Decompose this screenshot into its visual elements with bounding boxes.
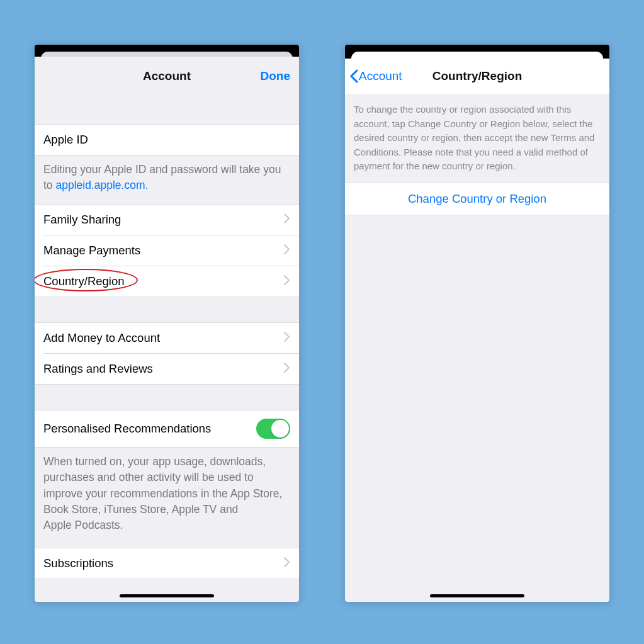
row-ratings-reviews[interactable]: Ratings and Reviews [35, 354, 299, 384]
chevron-right-icon [284, 557, 290, 570]
navbar-account: Account Done [35, 59, 299, 94]
back-label: Account [359, 69, 402, 83]
row-personalised-recommendations: Personalised Recommendations [35, 410, 299, 448]
change-country-region-button[interactable]: Change Country or Region [345, 183, 609, 215]
row-family-sharing[interactable]: Family Sharing [35, 205, 299, 235]
row-subscriptions[interactable]: Subscriptions [35, 548, 299, 579]
row-label: Manage Payments [43, 244, 140, 257]
navbar-country-region: Account Country/Region [345, 59, 609, 94]
apple-id-link[interactable]: appleid.apple.com [55, 179, 145, 191]
recommendations-footer: When turned on, your app usage, download… [35, 448, 299, 544]
chevron-right-icon [284, 244, 290, 257]
home-indicator[interactable] [430, 594, 524, 597]
row-country-region[interactable]: Country/Region [35, 266, 299, 297]
row-apple-id[interactable]: Apple ID [35, 124, 299, 155]
chevron-left-icon [349, 69, 359, 83]
nav-title: Account [143, 69, 191, 83]
group-account-settings: Family Sharing Manage Payments Country/R… [35, 204, 299, 297]
phone-country-region: Account Country/Region To change the cou… [345, 45, 609, 602]
back-button[interactable]: Account [349, 69, 402, 83]
row-add-money[interactable]: Add Money to Account [35, 323, 299, 353]
chevron-right-icon [284, 332, 290, 344]
phone-account: Account Done Apple ID Editing your Apple… [35, 45, 299, 602]
row-label: Country/Region [43, 274, 125, 288]
nav-title: Country/Region [432, 69, 523, 83]
group-money-ratings: Add Money to Account Ratings and Reviews [35, 322, 299, 385]
row-label: Ratings and Reviews [43, 362, 153, 376]
row-label: Family Sharing [43, 213, 121, 227]
chevron-right-icon [284, 363, 290, 375]
row-label: Subscriptions [43, 556, 113, 570]
row-label: Personalised Recommendations [43, 422, 211, 436]
phone-top-cap [345, 45, 609, 59]
country-region-info: To change the country or region associat… [345, 94, 609, 183]
apple-id-footer: Editing your Apple ID and password will … [35, 155, 299, 204]
chevron-right-icon [284, 213, 290, 226]
chevron-right-icon [284, 275, 290, 288]
row-manage-payments[interactable]: Manage Payments [35, 235, 299, 266]
done-button[interactable]: Done [261, 69, 291, 83]
recommendations-toggle[interactable] [256, 419, 290, 439]
phone-top-cap [35, 45, 299, 59]
row-label: Add Money to Account [43, 331, 160, 345]
row-label: Apple ID [43, 133, 88, 147]
home-indicator[interactable] [120, 594, 214, 597]
